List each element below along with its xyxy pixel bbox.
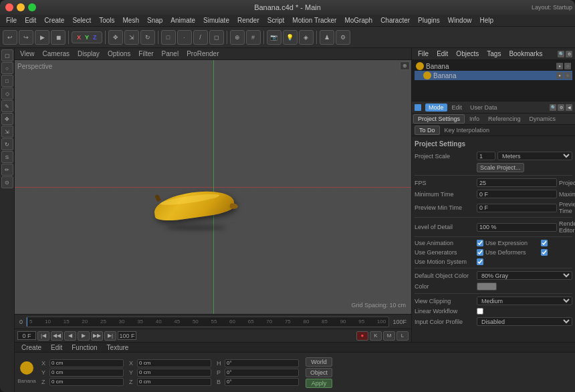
- menu-motion-tracker[interactable]: Motion Tracker: [289, 16, 340, 25]
- toolbar-move[interactable]: ✥: [108, 30, 123, 45]
- main-tab-info[interactable]: Info: [465, 115, 483, 123]
- sub-tab-key-interp[interactable]: Key Interpolation: [441, 126, 494, 134]
- search-icon[interactable]: 🔍: [558, 51, 564, 57]
- viewport-nav-btn[interactable]: ⊕: [400, 61, 410, 70]
- play-btn[interactable]: ▶: [78, 331, 90, 341]
- tool-poly-sel[interactable]: ◇: [1, 87, 13, 100]
- use-gen-check[interactable]: [477, 249, 483, 256]
- toolbar-character1[interactable]: ♟: [320, 30, 334, 45]
- toolbar-redo[interactable]: ↪: [19, 30, 33, 45]
- proj-scale-input[interactable]: [477, 152, 495, 160]
- toolbar-edges[interactable]: /: [193, 30, 208, 45]
- tool-rect-sel[interactable]: □: [1, 75, 13, 87]
- menu-mesh[interactable]: Mesh: [120, 16, 142, 25]
- props-tab-mode[interactable]: Mode: [425, 104, 447, 112]
- toolbar-poly[interactable]: ◻: [209, 30, 224, 45]
- menu-file[interactable]: File: [3, 16, 20, 25]
- tool-s[interactable]: S: [1, 151, 13, 163]
- obj-menu-file[interactable]: File: [415, 49, 432, 58]
- toolbar-scale[interactable]: ⇲: [124, 30, 139, 45]
- vis-btn-2[interactable]: ○: [564, 63, 571, 69]
- props-tab-userdata[interactable]: User Data: [467, 104, 501, 112]
- record-btn[interactable]: ●: [356, 331, 368, 341]
- viewport-tab-display[interactable]: Display: [75, 50, 102, 57]
- menu-help[interactable]: Help: [476, 16, 497, 25]
- input-color-select[interactable]: Disabled: [477, 317, 572, 326]
- menu-script[interactable]: Script: [264, 16, 288, 25]
- pos-z-input[interactable]: [49, 378, 124, 386]
- viewport-tab-prorender[interactable]: ProRender: [184, 50, 221, 57]
- world-btn[interactable]: World: [306, 357, 332, 367]
- viewport-tab-options[interactable]: Options: [105, 50, 133, 57]
- obj-row-banana-child[interactable]: Banana ● ○: [415, 71, 572, 80]
- apply-btn[interactable]: Apply: [306, 379, 332, 388]
- menu-tools[interactable]: Tools: [96, 16, 118, 25]
- toolbar-rotate[interactable]: ↻: [140, 30, 155, 45]
- tool-sculpt[interactable]: ⊙: [1, 176, 13, 188]
- next-btn[interactable]: ▶▶: [91, 331, 103, 341]
- minimize-button[interactable]: [17, 3, 25, 11]
- menu-window[interactable]: Window: [445, 16, 475, 25]
- obj-menu-objects[interactable]: Objects: [453, 49, 482, 58]
- close-button[interactable]: [5, 3, 13, 11]
- viewport-tab-panel[interactable]: Panel: [159, 50, 182, 57]
- size-x-input[interactable]: [137, 359, 211, 367]
- obj-menu-edit[interactable]: Edit: [433, 49, 451, 58]
- props-tab-edit[interactable]: Edit: [449, 104, 466, 112]
- bottom-tab-edit[interactable]: Edit: [48, 344, 65, 351]
- toolbar-light[interactable]: 💡: [283, 30, 298, 45]
- pos-y-input[interactable]: [49, 369, 124, 377]
- proj-scale-unit[interactable]: Meters: [497, 152, 572, 160]
- menu-character[interactable]: Character: [377, 16, 413, 25]
- use-def-check[interactable]: [541, 249, 548, 256]
- vis-btn-3[interactable]: ●: [556, 72, 563, 79]
- go-end-btn[interactable]: ▶|: [104, 331, 116, 341]
- toolbar-character2[interactable]: ⚙: [336, 30, 350, 45]
- sub-tab-todo[interactable]: To Do: [415, 126, 440, 135]
- 3d-viewport[interactable]: Perspective Grid Spacing: 10 cm ⊕: [15, 60, 411, 314]
- linear-workflow-check[interactable]: [477, 308, 483, 315]
- vis-btn-1[interactable]: ●: [556, 63, 563, 69]
- viewport-tab-filter[interactable]: Filter: [136, 50, 156, 57]
- menu-render[interactable]: Render: [234, 16, 263, 25]
- toolbar-camera[interactable]: 📷: [267, 30, 281, 45]
- layer-btn[interactable]: L: [396, 331, 409, 341]
- toolbar-undo[interactable]: ↩: [3, 30, 17, 45]
- toolbar-render[interactable]: ◼: [51, 30, 66, 45]
- obj-menu-bookmarks[interactable]: Bookmarks: [505, 49, 546, 58]
- tool-free-sel[interactable]: ✎: [1, 100, 13, 112]
- size-z-input[interactable]: [137, 378, 211, 386]
- bottom-tab-function[interactable]: Function: [69, 344, 100, 351]
- view-clip-select[interactable]: Medium: [477, 297, 572, 305]
- end-frame-input[interactable]: [118, 331, 136, 340]
- main-tab-dynamics[interactable]: Dynamics: [526, 115, 560, 123]
- use-motion-check[interactable]: [477, 258, 483, 265]
- menu-create[interactable]: Create: [41, 16, 68, 25]
- rot-b-input[interactable]: [225, 378, 299, 386]
- toolbar-object[interactable]: □: [161, 30, 176, 45]
- tool-rotate[interactable]: ↻: [1, 138, 13, 150]
- rot-h-input[interactable]: [225, 359, 299, 367]
- bottom-tab-texture[interactable]: Texture: [104, 344, 132, 351]
- timeline-bar[interactable]: 510152025 3035404550 5560657075 80859095…: [26, 317, 389, 327]
- menu-simulate[interactable]: Simulate: [200, 16, 233, 25]
- menu-mograph[interactable]: MoGraph: [341, 16, 376, 25]
- props-settings-icon[interactable]: ⚙: [558, 104, 564, 111]
- rot-p-input[interactable]: [225, 369, 299, 377]
- default-obj-color-select[interactable]: 80% Gray: [477, 271, 572, 280]
- tool-paint[interactable]: ✏: [1, 164, 13, 176]
- viewport-tab-cameras[interactable]: Cameras: [40, 50, 73, 57]
- prev-frame-btn[interactable]: ◀◀: [51, 331, 63, 341]
- menu-snap[interactable]: Snap: [144, 16, 166, 25]
- fps-input[interactable]: [477, 178, 557, 187]
- props-search-icon[interactable]: 🔍: [550, 104, 556, 111]
- lod-input[interactable]: [477, 223, 557, 232]
- toolbar-material[interactable]: ◈: [299, 30, 314, 45]
- viewport-tab-view[interactable]: View: [17, 50, 37, 57]
- obj-row-banana-parent[interactable]: Banana ● ○: [415, 61, 572, 71]
- main-tab-referencing[interactable]: Referencing: [484, 115, 525, 123]
- pos-x-input[interactable]: [49, 359, 124, 367]
- min-time-input[interactable]: [477, 190, 557, 198]
- use-anim-check[interactable]: [477, 240, 483, 246]
- preview-min-input[interactable]: [477, 204, 557, 212]
